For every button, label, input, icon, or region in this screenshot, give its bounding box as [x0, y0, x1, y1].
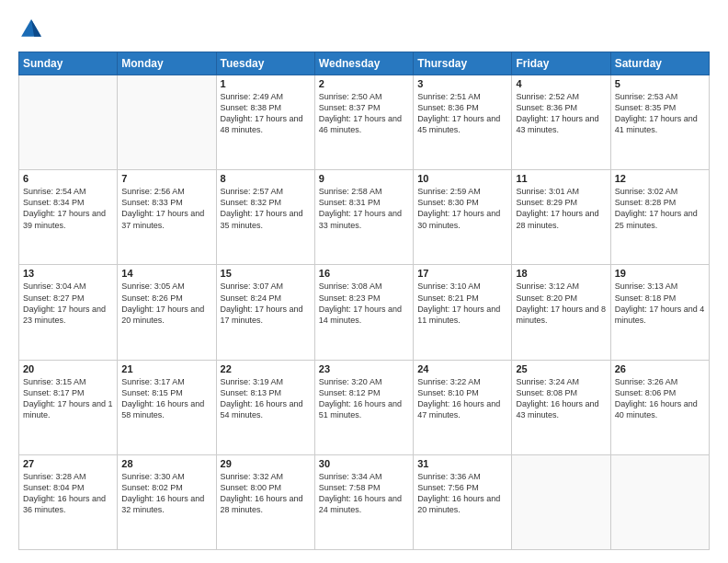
- header: [18, 17, 710, 42]
- day-cell: 4Sunrise: 2:52 AM Sunset: 8:36 PM Daylig…: [512, 75, 610, 170]
- day-number: 25: [516, 363, 606, 374]
- day-info: Sunrise: 3:02 AM Sunset: 8:28 PM Dayligh…: [615, 186, 705, 231]
- day-cell: 30Sunrise: 3:34 AM Sunset: 7:58 PM Dayli…: [314, 454, 413, 549]
- day-number: 22: [221, 363, 311, 374]
- day-cell: 12Sunrise: 3:02 AM Sunset: 8:28 PM Dayli…: [610, 170, 709, 265]
- col-header-wednesday: Wednesday: [314, 52, 413, 75]
- day-info: Sunrise: 3:15 AM Sunset: 8:17 PM Dayligh…: [23, 376, 113, 421]
- col-header-monday: Monday: [118, 52, 216, 75]
- day-info: Sunrise: 3:08 AM Sunset: 8:23 PM Dayligh…: [319, 281, 409, 326]
- day-cell: 2Sunrise: 2:50 AM Sunset: 8:37 PM Daylig…: [314, 75, 413, 170]
- day-number: 27: [23, 458, 113, 469]
- day-cell: 31Sunrise: 3:36 AM Sunset: 7:56 PM Dayli…: [414, 454, 512, 549]
- day-number: 6: [23, 173, 113, 184]
- day-cell: 20Sunrise: 3:15 AM Sunset: 8:17 PM Dayli…: [19, 360, 118, 454]
- day-cell: 13Sunrise: 3:04 AM Sunset: 8:27 PM Dayli…: [19, 265, 118, 360]
- day-cell: 17Sunrise: 3:10 AM Sunset: 8:21 PM Dayli…: [414, 265, 512, 360]
- day-number: 13: [23, 268, 113, 279]
- day-info: Sunrise: 2:53 AM Sunset: 8:35 PM Dayligh…: [615, 91, 705, 136]
- day-cell: [610, 454, 709, 549]
- week-row-1: 1Sunrise: 2:49 AM Sunset: 8:38 PM Daylig…: [19, 75, 710, 170]
- day-info: Sunrise: 3:13 AM Sunset: 8:18 PM Dayligh…: [615, 281, 705, 326]
- day-cell: 29Sunrise: 3:32 AM Sunset: 8:00 PM Dayli…: [216, 454, 314, 549]
- col-header-saturday: Saturday: [610, 52, 709, 75]
- day-cell: 18Sunrise: 3:12 AM Sunset: 8:20 PM Dayli…: [512, 265, 610, 360]
- day-cell: 22Sunrise: 3:19 AM Sunset: 8:13 PM Dayli…: [216, 360, 314, 454]
- day-cell: 3Sunrise: 2:51 AM Sunset: 8:36 PM Daylig…: [414, 75, 512, 170]
- day-number: 7: [121, 173, 211, 184]
- col-header-friday: Friday: [512, 52, 610, 75]
- day-info: Sunrise: 2:56 AM Sunset: 8:33 PM Dayligh…: [121, 186, 211, 231]
- day-cell: [512, 454, 610, 549]
- day-number: 14: [121, 268, 211, 279]
- day-cell: 15Sunrise: 3:07 AM Sunset: 8:24 PM Dayli…: [216, 265, 314, 360]
- day-info: Sunrise: 2:52 AM Sunset: 8:36 PM Dayligh…: [516, 91, 606, 136]
- day-cell: 6Sunrise: 2:54 AM Sunset: 8:34 PM Daylig…: [19, 170, 118, 265]
- day-info: Sunrise: 3:32 AM Sunset: 8:00 PM Dayligh…: [221, 471, 311, 516]
- day-info: Sunrise: 3:28 AM Sunset: 8:04 PM Dayligh…: [23, 471, 113, 516]
- day-cell: 14Sunrise: 3:05 AM Sunset: 8:26 PM Dayli…: [118, 265, 216, 360]
- day-info: Sunrise: 2:49 AM Sunset: 8:38 PM Dayligh…: [221, 91, 311, 136]
- day-info: Sunrise: 2:57 AM Sunset: 8:32 PM Dayligh…: [221, 186, 311, 231]
- day-info: Sunrise: 3:19 AM Sunset: 8:13 PM Dayligh…: [221, 376, 311, 421]
- day-number: 10: [417, 173, 507, 184]
- day-number: 4: [516, 78, 606, 89]
- day-cell: 23Sunrise: 3:20 AM Sunset: 8:12 PM Dayli…: [314, 360, 413, 454]
- day-info: Sunrise: 3:20 AM Sunset: 8:12 PM Dayligh…: [319, 376, 409, 421]
- day-number: 19: [615, 268, 705, 279]
- col-header-thursday: Thursday: [414, 52, 512, 75]
- week-row-4: 20Sunrise: 3:15 AM Sunset: 8:17 PM Dayli…: [19, 360, 710, 454]
- day-number: 3: [417, 78, 507, 89]
- day-info: Sunrise: 3:36 AM Sunset: 7:56 PM Dayligh…: [417, 471, 507, 516]
- day-info: Sunrise: 2:59 AM Sunset: 8:30 PM Dayligh…: [417, 186, 507, 231]
- day-cell: 10Sunrise: 2:59 AM Sunset: 8:30 PM Dayli…: [414, 170, 512, 265]
- page: SundayMondayTuesdayWednesdayThursdayFrid…: [0, 0, 728, 563]
- day-info: Sunrise: 3:05 AM Sunset: 8:26 PM Dayligh…: [121, 281, 211, 326]
- day-info: Sunrise: 3:01 AM Sunset: 8:29 PM Dayligh…: [516, 186, 606, 231]
- day-info: Sunrise: 2:58 AM Sunset: 8:31 PM Dayligh…: [319, 186, 409, 231]
- day-cell: 25Sunrise: 3:24 AM Sunset: 8:08 PM Dayli…: [512, 360, 610, 454]
- day-info: Sunrise: 2:54 AM Sunset: 8:34 PM Dayligh…: [23, 186, 113, 231]
- day-number: 8: [221, 173, 311, 184]
- day-cell: 21Sunrise: 3:17 AM Sunset: 8:15 PM Dayli…: [118, 360, 216, 454]
- day-number: 12: [615, 173, 705, 184]
- day-info: Sunrise: 3:24 AM Sunset: 8:08 PM Dayligh…: [516, 376, 606, 421]
- day-number: 2: [319, 78, 409, 89]
- day-info: Sunrise: 3:26 AM Sunset: 8:06 PM Dayligh…: [615, 376, 705, 421]
- logo: [18, 17, 48, 42]
- day-cell: 5Sunrise: 2:53 AM Sunset: 8:35 PM Daylig…: [610, 75, 709, 170]
- day-number: 23: [319, 363, 409, 374]
- day-number: 28: [121, 458, 211, 469]
- day-cell: 28Sunrise: 3:30 AM Sunset: 8:02 PM Dayli…: [118, 454, 216, 549]
- day-cell: 24Sunrise: 3:22 AM Sunset: 8:10 PM Dayli…: [414, 360, 512, 454]
- day-number: 5: [615, 78, 705, 89]
- day-cell: 1Sunrise: 2:49 AM Sunset: 8:38 PM Daylig…: [216, 75, 314, 170]
- day-number: 26: [615, 363, 705, 374]
- logo-icon: [18, 17, 44, 42]
- calendar-header-row: SundayMondayTuesdayWednesdayThursdayFrid…: [19, 52, 710, 75]
- day-cell: 26Sunrise: 3:26 AM Sunset: 8:06 PM Dayli…: [610, 360, 709, 454]
- day-number: 29: [221, 458, 311, 469]
- week-row-3: 13Sunrise: 3:04 AM Sunset: 8:27 PM Dayli…: [19, 265, 710, 360]
- day-number: 20: [23, 363, 113, 374]
- calendar-table: SundayMondayTuesdayWednesdayThursdayFrid…: [18, 52, 710, 550]
- day-number: 31: [417, 458, 507, 469]
- day-number: 24: [417, 363, 507, 374]
- day-info: Sunrise: 2:50 AM Sunset: 8:37 PM Dayligh…: [319, 91, 409, 136]
- day-number: 11: [516, 173, 606, 184]
- day-info: Sunrise: 3:12 AM Sunset: 8:20 PM Dayligh…: [516, 281, 606, 326]
- day-number: 9: [319, 173, 409, 184]
- day-info: Sunrise: 3:04 AM Sunset: 8:27 PM Dayligh…: [23, 281, 113, 326]
- col-header-sunday: Sunday: [19, 52, 118, 75]
- day-cell: 16Sunrise: 3:08 AM Sunset: 8:23 PM Dayli…: [314, 265, 413, 360]
- day-cell: 8Sunrise: 2:57 AM Sunset: 8:32 PM Daylig…: [216, 170, 314, 265]
- day-cell: 27Sunrise: 3:28 AM Sunset: 8:04 PM Dayli…: [19, 454, 118, 549]
- col-header-tuesday: Tuesday: [216, 52, 314, 75]
- day-cell: [19, 75, 118, 170]
- day-info: Sunrise: 3:10 AM Sunset: 8:21 PM Dayligh…: [417, 281, 507, 326]
- day-cell: 11Sunrise: 3:01 AM Sunset: 8:29 PM Dayli…: [512, 170, 610, 265]
- day-cell: 19Sunrise: 3:13 AM Sunset: 8:18 PM Dayli…: [610, 265, 709, 360]
- week-row-2: 6Sunrise: 2:54 AM Sunset: 8:34 PM Daylig…: [19, 170, 710, 265]
- day-number: 18: [516, 268, 606, 279]
- day-cell: [118, 75, 216, 170]
